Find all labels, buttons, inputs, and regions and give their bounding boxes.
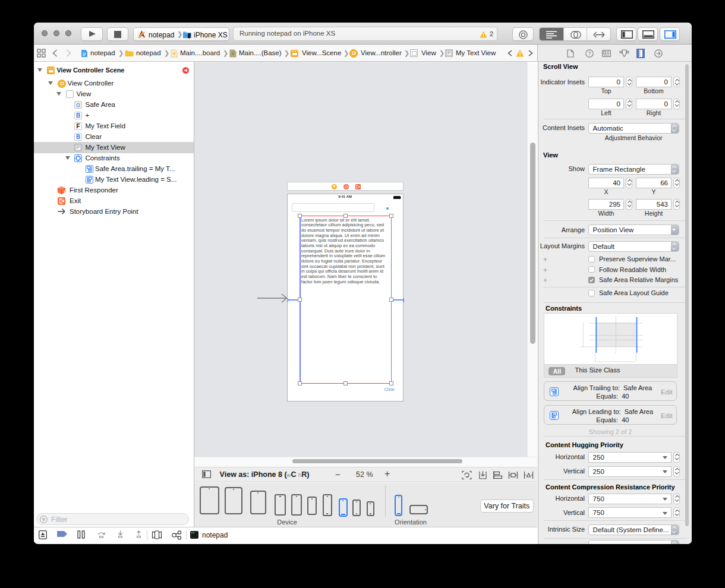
svg-text:1: 1 — [64, 190, 66, 194]
svg-text:?: ? — [588, 50, 591, 56]
